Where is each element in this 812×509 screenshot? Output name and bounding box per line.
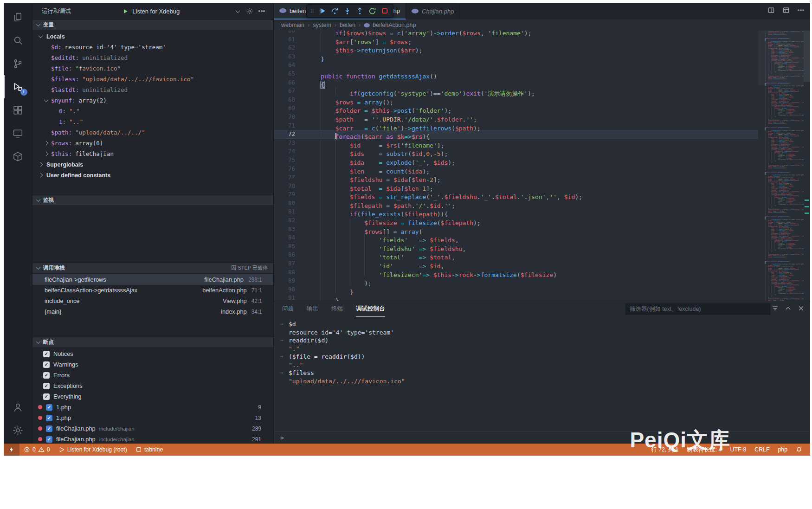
code-line[interactable]: 77$fieldshu = $ida[$len-2]; <box>274 173 758 182</box>
close-panel-icon[interactable] <box>798 305 805 314</box>
console-body[interactable]: →$dresource id='4' type='stream'→readdir… <box>274 317 810 432</box>
chevron-right-icon[interactable] <box>44 141 49 146</box>
watch-header[interactable]: 监视 <box>32 195 273 205</box>
console-filter-input[interactable] <box>625 303 770 315</box>
breakpoint-row[interactable]: ✓1.php13 <box>32 412 273 423</box>
extensions-icon[interactable] <box>4 98 32 122</box>
source-control-icon[interactable] <box>4 52 32 75</box>
breakpoints-header[interactable]: 断点 <box>32 337 273 347</box>
variable-row[interactable]: $nyunf:array(2) <box>32 95 273 106</box>
variable-row[interactable]: $lastdt:uninitialized <box>32 84 273 95</box>
variable-row[interactable]: $d:resource id='4' type='stream' <box>32 42 273 52</box>
callstack-frame[interactable]: beifenClassAction->getdatssssAjaxbeifenA… <box>32 285 273 296</box>
console-input-row[interactable]: →($file = readdir($d)) <box>280 353 810 361</box>
console-input-row[interactable]: →$d <box>280 320 810 329</box>
tabnine-status[interactable]: tabnine <box>131 444 167 456</box>
status-item[interactable]: php <box>773 444 792 456</box>
continue-icon[interactable] <box>316 5 328 17</box>
debug-session-status[interactable]: Listen for Xdebug (root) <box>54 444 131 456</box>
step-over-icon[interactable] <box>329 5 341 17</box>
code-line[interactable]: 72foreach($carr as $k=>$rs){ <box>274 130 758 139</box>
code-editor[interactable]: 60if($rows)$rows = c('array')->order($ro… <box>274 31 810 301</box>
breakpoint-row[interactable]: ✓1.php9 <box>32 402 273 412</box>
chevron-right-icon[interactable] <box>44 152 49 156</box>
variable-row[interactable]: $rows:array(0) <box>32 138 273 148</box>
code-line[interactable]: 81if(file_exists($filepath)){ <box>274 207 758 216</box>
checkbox-checked[interactable]: ✓ <box>43 393 50 400</box>
more-actions-icon[interactable] <box>797 6 805 16</box>
maximize-panel-icon[interactable] <box>785 305 792 314</box>
code-line[interactable]: 74$ids = substr($id,0,-5); <box>274 147 758 156</box>
code-line[interactable]: 84'fields' => $fields, <box>274 233 758 242</box>
notifications-bell-icon[interactable] <box>792 444 806 456</box>
status-item[interactable]: CRLF <box>750 444 773 456</box>
editor-scrollbar[interactable] <box>804 31 810 301</box>
debug-config-label[interactable]: Listen for Xdebug <box>132 8 180 15</box>
step-out-icon[interactable] <box>354 5 366 17</box>
breakpoint-option-row[interactable]: ✓Warnings <box>32 359 273 370</box>
console-output-row[interactable]: "." <box>280 345 810 353</box>
run-debug-icon[interactable]: 1 <box>4 75 32 98</box>
code-line[interactable]: 65public function getdatssssAjax() <box>274 70 758 78</box>
checkbox-checked[interactable]: ✓ <box>43 372 50 379</box>
breakpoint-option-row[interactable]: ✓Exceptions <box>32 380 273 391</box>
checkbox-checked[interactable]: ✓ <box>43 383 50 389</box>
toolbar-drag-handle-icon[interactable] <box>309 8 316 14</box>
checkbox-checked[interactable]: ✓ <box>46 436 52 443</box>
panel-tab[interactable]: 问题 <box>282 301 294 317</box>
code-line[interactable]: 87'id' => $id, <box>274 259 758 268</box>
code-line[interactable]: 62$this->returnjson($arr); <box>274 44 758 52</box>
code-line[interactable]: 75$ida = explode('_', $ids); <box>274 156 758 165</box>
variable-row[interactable]: $filess:"upload/data/../..//favicon.ico" <box>32 74 273 84</box>
step-into-icon[interactable] <box>341 5 353 17</box>
breadcrumb-item[interactable]: beifenAction.php <box>364 22 416 28</box>
chevron-down-icon[interactable] <box>232 10 244 13</box>
code-line[interactable]: 90} <box>274 285 758 294</box>
filter-icon[interactable] <box>772 305 779 314</box>
checkbox-checked[interactable]: ✓ <box>43 361 50 368</box>
code-line[interactable]: 86'total' => $total, <box>274 251 758 259</box>
callstack-frame[interactable]: fileChajian->getfilerowsfileChajian.php2… <box>32 274 273 285</box>
breadcrumb-item[interactable]: system <box>313 22 331 28</box>
breakpoint-row[interactable]: ✓fileChajian.phpinclude/chajian289 <box>32 423 273 434</box>
code-line[interactable]: 73$id = $rs['filename']; <box>274 139 758 148</box>
breakpoint-row[interactable]: ✓fileChajian.phpinclude/chajian291 <box>32 434 273 444</box>
console-output-row[interactable]: ".." <box>280 361 810 369</box>
split-editor-icon[interactable] <box>767 6 775 16</box>
minimap[interactable]: if($rows)$rows = c('array')->order($rows… <box>758 31 804 301</box>
search-icon[interactable] <box>4 29 32 52</box>
checkbox-checked[interactable]: ✓ <box>46 425 52 432</box>
breadcrumb-item[interactable]: webmain <box>281 22 304 28</box>
checkbox-checked[interactable]: ✓ <box>46 415 52 421</box>
console-output-row[interactable]: resource id='4' type='stream' <box>280 329 810 337</box>
account-icon[interactable] <box>4 395 32 419</box>
code-line[interactable]: 70$path = ''.UPDIR.'/data/'.$folder.''; <box>274 113 758 122</box>
variables-header[interactable]: 变量 <box>32 19 273 30</box>
code-line[interactable]: 79$fields = str_replace('_'.$fieldshu.'_… <box>274 190 758 199</box>
variable-row[interactable]: 0:"." <box>32 106 273 116</box>
code-line[interactable]: 91} <box>274 294 758 301</box>
settings-gear-icon[interactable] <box>4 419 32 442</box>
checkbox-checked[interactable]: ✓ <box>43 351 50 357</box>
variable-row[interactable]: $this:fileChajian <box>32 148 273 159</box>
problems-status[interactable]: 0 0 <box>19 444 54 456</box>
code-line[interactable]: 85'fieldshu' => $fieldshu, <box>274 242 758 251</box>
code-line[interactable]: 60if($rows)$rows = c('array')->order($ro… <box>274 31 758 35</box>
breadcrumb-item[interactable]: beifen <box>340 22 355 28</box>
console-input-row[interactable]: →$filess <box>280 369 810 377</box>
stop-icon[interactable] <box>379 5 391 17</box>
code-line[interactable]: 78$total = $ida[$len-1]; <box>274 182 758 191</box>
variable-row[interactable]: $file:"favicon.ico" <box>32 63 273 74</box>
callstack-frame[interactable]: {main}index.php34:1 <box>32 306 273 317</box>
variable-row[interactable]: 1:".." <box>32 116 273 127</box>
gear-icon[interactable] <box>244 7 256 15</box>
console-output-row[interactable]: "upload/data/../..//favicon.ico" <box>280 377 810 386</box>
explorer-icon[interactable] <box>4 6 32 29</box>
variable-group[interactable]: User defined constants <box>32 170 273 180</box>
code-line[interactable]: 67if(getconfig('systype')=='demo')exit('… <box>274 87 758 96</box>
start-debug-icon[interactable] <box>122 8 129 14</box>
code-line[interactable]: 76$len = count($ida); <box>274 165 758 174</box>
panel-tab[interactable]: 调试控制台 <box>356 301 385 317</box>
breakpoint-option-row[interactable]: ✓Errors <box>32 370 273 380</box>
minimap-viewport[interactable] <box>758 31 804 85</box>
